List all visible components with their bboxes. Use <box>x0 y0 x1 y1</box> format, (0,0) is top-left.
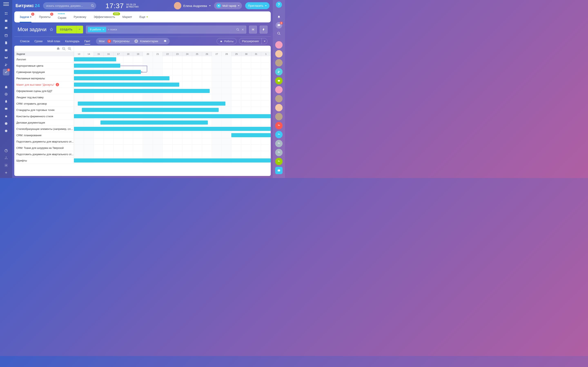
gantt-bar[interactable] <box>74 64 120 68</box>
task-name[interactable]: Оформление сцены для БДТ <box>14 88 74 94</box>
nav-shop-icon[interactable] <box>3 98 9 105</box>
view-tab-Календарь[interactable]: Календарь <box>63 37 82 46</box>
group-gray-icon[interactable] <box>275 140 283 147</box>
gantt-bar[interactable] <box>78 101 225 106</box>
nav-people-icon[interactable] <box>3 62 9 68</box>
task-name[interactable]: Стандарты для торговых точек <box>14 107 74 113</box>
extensions-dropdown[interactable] <box>261 38 267 44</box>
contact-avatar[interactable] <box>275 95 283 102</box>
zoom-out-icon[interactable] <box>62 47 66 51</box>
nav-calendar-icon[interactable] <box>3 32 9 39</box>
tab-Маркет[interactable]: Маркет <box>119 11 136 22</box>
nav-android-icon[interactable] <box>3 113 9 119</box>
invite-button[interactable]: Пригласить <box>245 2 269 9</box>
tab-Задачи[interactable]: Задачи1 <box>16 11 35 22</box>
gantt-bar[interactable] <box>74 114 271 118</box>
notifications-icon[interactable] <box>276 14 282 20</box>
filter-chip-remove-icon[interactable]: × <box>103 28 104 31</box>
help-button[interactable]: ? <box>276 2 282 8</box>
overdue-link[interactable]: Просрочены <box>113 40 130 43</box>
tab-Еще[interactable]: Еще <box>136 11 152 22</box>
tab-Скрам[interactable]: НОВОЕСкрам <box>54 11 70 22</box>
task-name[interactable]: Деловая документация <box>14 119 74 125</box>
contact-avatar[interactable] <box>275 113 283 120</box>
search-icon[interactable] <box>276 30 282 37</box>
user-menu[interactable]: Елена Андреева <box>174 2 211 9</box>
group-red-icon[interactable] <box>275 122 283 129</box>
comments-link[interactable]: Комментарии <box>140 40 158 43</box>
group-gray-icon[interactable] <box>275 149 283 156</box>
logo[interactable]: Битрикс 24 <box>16 3 40 8</box>
star-icon[interactable] <box>49 27 53 32</box>
tariff-button[interactable]: Мой тариф <box>214 2 242 9</box>
gantt-bar[interactable] <box>74 70 141 74</box>
settings-button[interactable] <box>249 26 257 33</box>
group-chat-icon[interactable] <box>275 68 283 75</box>
contact-avatar[interactable] <box>275 50 283 58</box>
nav-crm-icon[interactable] <box>3 76 9 83</box>
contact-avatar[interactable] <box>275 104 283 111</box>
nav-tasks-icon[interactable]: 1 <box>3 69 9 75</box>
nav-box-icon[interactable] <box>3 120 9 127</box>
tab-Проекты[interactable]: Проекты1 <box>35 11 54 22</box>
task-name[interactable]: Стилеобразующие элементы (например, сл..… <box>14 126 74 132</box>
filter-box[interactable]: В работе × <box>86 26 246 33</box>
task-name[interactable]: CRM: отправить договор <box>14 100 74 107</box>
task-name[interactable]: Подготовить документы для квартального о… <box>14 138 74 145</box>
zoom-in-icon[interactable] <box>68 47 72 51</box>
view-tab-Сроки[interactable]: Сроки <box>32 37 45 46</box>
tab-Эффективность[interactable]: Эффективность100% <box>90 11 119 22</box>
task-name[interactable]: Корпоративные цвета <box>14 63 74 69</box>
extensions-button[interactable]: Расширения <box>239 40 261 43</box>
task-name[interactable]: Лендинг под выставку <box>14 94 74 100</box>
nav-chat-icon[interactable] <box>3 25 9 31</box>
task-name[interactable]: CRM: планирование <box>14 132 74 138</box>
nav-add-icon[interactable] <box>3 169 9 176</box>
group-blue-icon[interactable] <box>275 131 283 138</box>
nav-sitemap-icon[interactable] <box>3 155 9 161</box>
gantt-bar[interactable] <box>100 120 208 125</box>
task-name[interactable]: Подготовить документы для квартального о… <box>14 151 74 157</box>
view-tab-Гант[interactable]: Гант <box>82 37 93 46</box>
search-input[interactable] <box>46 4 89 7</box>
filter-input[interactable] <box>108 28 234 31</box>
gantt-body[interactable]: ЛоготипКорпоративные цветаСувенирная про… <box>14 56 271 176</box>
chat-icon[interactable]: 2 <box>276 22 282 29</box>
gantt-bar[interactable] <box>74 83 179 87</box>
create-dropdown[interactable] <box>76 26 83 33</box>
global-search[interactable] <box>43 2 96 9</box>
search-icon[interactable] <box>236 28 240 31</box>
task-name[interactable]: Логотип <box>14 56 74 62</box>
nav-news-icon[interactable] <box>3 17 9 24</box>
gantt-bar[interactable] <box>74 89 210 93</box>
nav-drive-icon[interactable] <box>3 47 9 53</box>
nav-feed-icon[interactable] <box>3 10 9 17</box>
gantt-bar[interactable] <box>231 133 271 137</box>
gantt-bar[interactable] <box>74 158 271 162</box>
close-icon[interactable] <box>241 28 244 31</box>
contact-avatar[interactable] <box>275 41 283 49</box>
menu-toggle-icon[interactable] <box>3 1 9 7</box>
automation-button[interactable] <box>260 26 268 33</box>
gantt-bar[interactable] <box>74 76 169 80</box>
worktime-block[interactable]: 00:26:29 РАБОТАЮ <box>126 3 139 8</box>
task-name[interactable]: Шрифты <box>14 157 74 164</box>
nav-company-icon[interactable] <box>3 83 9 90</box>
contact-avatar[interactable] <box>275 59 283 67</box>
task-name[interactable]: Сувенирная продукция <box>14 69 74 75</box>
task-name[interactable]: CRM: Ткани для шоурума на Тверской <box>14 145 74 151</box>
nav-mail-icon[interactable] <box>3 54 9 61</box>
view-tab-Мой план[interactable]: Мой план <box>45 37 63 46</box>
robots-button[interactable]: Роботы <box>217 38 237 44</box>
nav-more-icon[interactable] <box>3 128 9 134</box>
gantt-bar[interactable] <box>74 57 116 61</box>
nav-docs-icon[interactable] <box>3 40 9 46</box>
gantt-bar[interactable] <box>74 127 271 131</box>
nav-help-icon[interactable] <box>3 147 9 154</box>
nav-sites-icon[interactable] <box>3 106 9 112</box>
nav-settings-icon[interactable] <box>3 162 9 169</box>
task-name[interactable]: Рекламные материалы <box>14 75 74 81</box>
print-icon[interactable] <box>56 47 60 51</box>
gantt-bar[interactable] <box>82 108 219 112</box>
tab-Руковожу[interactable]: Руковожу <box>70 11 90 22</box>
